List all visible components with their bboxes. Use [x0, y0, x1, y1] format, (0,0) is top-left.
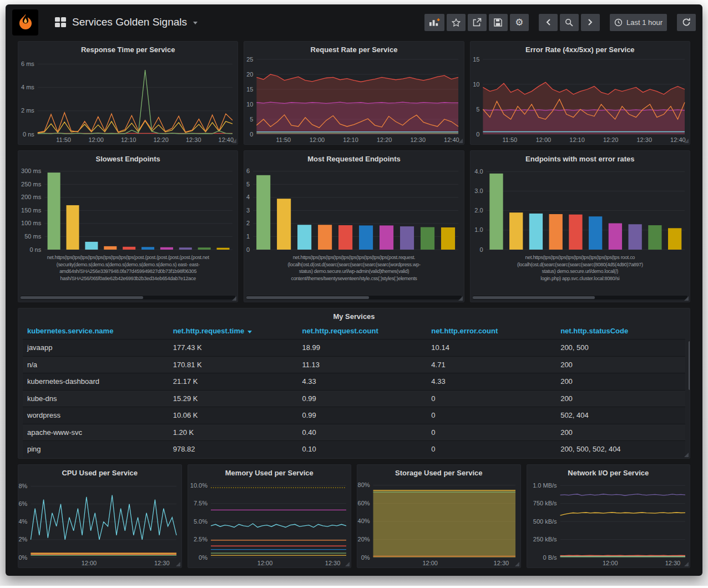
svg-text:12:00: 12:00: [82, 560, 97, 566]
chevron-right-icon: [588, 19, 593, 26]
column-header[interactable]: net.http.request.count: [298, 327, 427, 335]
svg-text:6 ms: 6 ms: [21, 60, 34, 67]
svg-text:12:00: 12:00: [310, 136, 325, 143]
panel-request-rate: Request Rate per Service 051015202511:50…: [244, 41, 464, 145]
table-row[interactable]: apache-www-svc1.20 K0.400200: [23, 424, 685, 441]
svg-text:3.0: 3.0: [474, 187, 483, 194]
svg-text:1: 1: [246, 233, 250, 240]
panel-title[interactable]: Response Time per Service: [18, 42, 237, 55]
star-button[interactable]: [447, 14, 466, 31]
add-panel-button[interactable]: [424, 14, 444, 31]
svg-text:11:50: 11:50: [56, 136, 71, 143]
svg-text:12:30: 12:30: [665, 560, 680, 566]
network-chart[interactable]: 0 B/s250 kB/s500 kB/s750 kB/s1.0 MB/s12:…: [527, 479, 690, 567]
svg-text:11:50: 11:50: [276, 136, 291, 143]
table-row[interactable]: wordpress10.06 K0.990502, 404: [23, 407, 685, 424]
panel-title[interactable]: Endpoints with most error rates: [471, 151, 690, 165]
svg-text:5: 5: [246, 181, 250, 187]
table-row[interactable]: kube-dns15.29 K0.990200: [23, 390, 685, 407]
column-header[interactable]: net.http.error.count: [427, 327, 556, 335]
settings-button[interactable]: ⚙: [510, 14, 529, 31]
svg-text:12:30: 12:30: [636, 136, 652, 143]
column-header[interactable]: net.http.statusCode: [556, 327, 685, 335]
horizontal-scrollbar[interactable]: [21, 296, 235, 300]
column-header[interactable]: net.http.request.time: [169, 327, 298, 335]
table-row[interactable]: ping978.820.100200, 500, 502, 404: [23, 440, 685, 458]
table-cell: 200: [556, 377, 685, 386]
table-row[interactable]: javaapp177.43 K18.9910.14200, 500: [23, 339, 685, 356]
panel-title[interactable]: Memory Used per Service: [188, 465, 351, 479]
svg-text:10: 10: [473, 81, 479, 88]
svg-text:15: 15: [473, 56, 479, 63]
scrollbar-thumb[interactable]: [246, 296, 369, 299]
memory-chart[interactable]: 0%2.5%5.0%7.5%10.0%12:0012:30: [188, 479, 351, 567]
panel-title[interactable]: Storage Used per Service: [357, 465, 520, 479]
panel-title[interactable]: Network I/O per Service: [527, 465, 690, 479]
svg-text:12:30: 12:30: [154, 560, 170, 566]
table-cell: 0: [427, 411, 556, 419]
panel-title[interactable]: My Services: [18, 308, 690, 322]
panel-title[interactable]: Request Rate per Service: [244, 42, 463, 55]
svg-text:0: 0: [246, 246, 250, 253]
column-header[interactable]: kubernetes.service.name: [23, 327, 169, 335]
panel-title[interactable]: CPU Used per Service: [18, 465, 181, 479]
time-range-picker[interactable]: Last 1 hour: [610, 14, 667, 31]
table-row[interactable]: n/a170.81 K11.134.71200: [23, 356, 685, 373]
storage-chart[interactable]: 0%20%40%60%80%12:0012:30: [357, 479, 520, 567]
svg-text:6%: 6%: [18, 500, 27, 507]
star-icon: [452, 18, 461, 27]
request-rate-chart[interactable]: 051015202511:5012:0012:1012:2012:3012:40: [244, 55, 463, 144]
svg-text:12:10: 12:10: [121, 136, 136, 143]
response-time-chart[interactable]: 0 ns2 ms4 ms6 ms11:5012:0012:1012:2012:3…: [18, 55, 237, 144]
table-cell: 0.99: [298, 411, 427, 419]
scrollbar-thumb[interactable]: [21, 296, 143, 299]
svg-text:12:00: 12:00: [88, 136, 104, 143]
services-table: kubernetes.service.namenet.http.request.…: [18, 322, 690, 458]
table-cell: javaapp: [23, 343, 169, 352]
table-cell: 0: [427, 394, 556, 403]
panel-title[interactable]: Most Requested Endpoints: [244, 151, 463, 165]
dashboard-picker[interactable]: Services Golden Signals: [55, 16, 198, 28]
svg-text:8%: 8%: [18, 483, 27, 489]
error-rate-chart[interactable]: 05101511:5012:0012:1012:2012:3012:40: [471, 55, 690, 144]
table-body: javaapp177.43 K18.9910.14200, 500n/a170.…: [23, 339, 685, 458]
error-endpoints-chart[interactable]: 01.02.03.04.0: [471, 165, 690, 254]
x-axis-endpoint-labels: net.https(tps(tps(tps(tps(tps(tps(tps(tp…: [471, 254, 690, 295]
horizontal-scrollbar[interactable]: [473, 296, 687, 300]
svg-text:1.0: 1.0: [474, 226, 483, 233]
save-button[interactable]: [489, 14, 508, 31]
svg-text:80%: 80%: [358, 481, 370, 488]
table-row[interactable]: kubernetes-dashboard21.17 K4.334.33200: [23, 373, 685, 390]
panel-error-rate: Error Rate (4xx/5xx) per Service 0510151…: [470, 41, 690, 145]
svg-text:12:00: 12:00: [422, 560, 438, 566]
x-axis-endpoint-labels: net.https(tps(tps(tps(tps(tps(tps(tps(tp…: [244, 254, 463, 295]
scrollbar-thumb[interactable]: [473, 296, 595, 299]
svg-text:2%: 2%: [18, 536, 27, 543]
table-cell: 21.17 K: [169, 377, 298, 386]
svg-text:12:00: 12:00: [257, 560, 272, 566]
most-requested-chart[interactable]: 0123456: [244, 165, 463, 254]
time-forward-button[interactable]: [581, 14, 600, 31]
cpu-chart[interactable]: 0%2%4%6%8%12:0012:30: [18, 479, 181, 567]
svg-text:60%: 60%: [358, 500, 370, 506]
svg-text:12:40: 12:40: [219, 136, 234, 143]
vertical-scrollbar[interactable]: [689, 341, 690, 390]
panel-title[interactable]: Error Rate (4xx/5xx) per Service: [471, 42, 690, 55]
zoom-out-button[interactable]: [560, 14, 579, 31]
svg-text:0 ns: 0 ns: [23, 131, 34, 138]
grafana-logo[interactable]: [12, 9, 38, 36]
share-button[interactable]: [468, 14, 487, 31]
svg-text:12:30: 12:30: [411, 136, 426, 143]
time-back-button[interactable]: [539, 14, 558, 31]
svg-text:1.0 MB/s: 1.0 MB/s: [533, 482, 557, 489]
svg-text:0%: 0%: [18, 554, 27, 561]
panel-error-endpoints: Endpoints with most error rates 01.02.03…: [470, 150, 690, 302]
svg-text:12:20: 12:20: [603, 136, 619, 143]
panel-title[interactable]: Slowest Endpoints: [18, 151, 237, 165]
horizontal-scrollbar[interactable]: [246, 296, 461, 300]
slowest-endpoints-chart[interactable]: 0 ns50 ms100 ms150 ms200 ms250 ms300 ms: [18, 165, 237, 254]
sort-caret-icon: [247, 331, 252, 333]
svg-text:25: 25: [246, 56, 253, 63]
table-cell: 4.71: [427, 361, 556, 369]
refresh-button[interactable]: [677, 14, 696, 31]
